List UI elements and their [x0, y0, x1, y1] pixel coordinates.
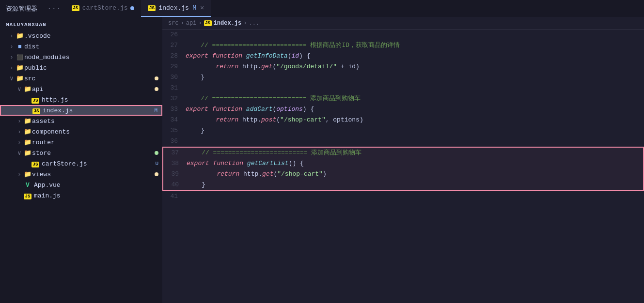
- line-number: 34: [162, 115, 186, 125]
- sidebar-item-label: http.js: [42, 96, 162, 104]
- code-line-27: 27 // ========================= 根据商品的ID，…: [162, 40, 644, 51]
- main-area: MALUYANXUAN › 📁 .vscode › ■ dist › ⬛ nod…: [0, 17, 644, 303]
- sidebar-item-main-js[interactable]: JS main.js: [0, 190, 162, 201]
- sidebar-item-label: api: [32, 86, 155, 93]
- breadcrumb-sep1: ›: [181, 20, 184, 27]
- sidebar-item-dist[interactable]: › ■ dist: [0, 41, 162, 52]
- modified-dot: [155, 87, 158, 91]
- line-number: 33: [162, 104, 186, 115]
- code-line-26: 26: [162, 30, 644, 40]
- more-options-button[interactable]: ···: [43, 4, 65, 13]
- arrow-open-icon: ∨: [16, 149, 23, 157]
- modified-dot: [130, 6, 134, 10]
- code-line-40: 40 }: [163, 180, 643, 190]
- folder-icon: ⬛: [16, 54, 24, 61]
- line-content: }: [186, 72, 644, 83]
- breadcrumb-api: api: [186, 20, 197, 27]
- folder-icon: 📁: [23, 128, 32, 136]
- breadcrumb-ellipsis: ...: [249, 20, 259, 27]
- arrow-icon: ›: [16, 171, 23, 178]
- sidebar-item-src[interactable]: ∨ 📁 src: [0, 73, 162, 84]
- code-container[interactable]: 26 27 // ========================= 根据商品的…: [162, 30, 644, 303]
- line-number: 35: [162, 125, 186, 136]
- line-number: 29: [162, 61, 186, 72]
- sidebar-item-label: node_modules: [24, 54, 162, 61]
- sidebar-item-public[interactable]: › 📁 public: [0, 62, 162, 73]
- arrow-open-icon: ∨: [16, 85, 23, 93]
- arrow-icon: ›: [8, 64, 16, 72]
- sidebar-item-store[interactable]: ∨ 📁 store: [0, 148, 162, 158]
- sidebar-item-router[interactable]: › 📁 router: [0, 137, 162, 148]
- sidebar-item-components[interactable]: › 📁 components: [0, 126, 162, 137]
- sidebar-item-node-modules[interactable]: › ⬛ node_modules: [0, 52, 162, 62]
- code-line-37: 37 // ========================= 添加商品到购物车: [163, 148, 643, 158]
- arrow-icon: ›: [8, 32, 16, 40]
- sidebar-item-label: store: [32, 150, 155, 157]
- sidebar-item-http-js[interactable]: JS http.js: [0, 94, 162, 105]
- line-content: export function getCartList() {: [187, 158, 643, 169]
- folder-icon: 📁: [23, 138, 32, 146]
- line-number: 31: [162, 83, 186, 93]
- js-icon: JS: [72, 5, 79, 11]
- folder-icon: 📁: [16, 75, 24, 82]
- sidebar-item-views[interactable]: › 📁 views: [0, 169, 162, 180]
- code-line-30: 30 }: [162, 72, 644, 83]
- line-content: // ========================= 添加商品到购物车: [187, 148, 643, 158]
- js-icon-active: JS: [148, 5, 156, 11]
- sidebar-root-label: MALUYANXUAN: [0, 19, 162, 30]
- code-line-36: 36: [162, 136, 644, 147]
- arrow-icon: ›: [16, 118, 23, 125]
- sidebar-item-label: router: [32, 139, 162, 146]
- breadcrumb-src: src: [168, 20, 179, 27]
- line-content: }: [186, 125, 644, 136]
- code-line-29: 29 return http.get("/goods/detail/" + id…: [162, 61, 644, 72]
- sidebar-item-assets[interactable]: › 📁 assets: [0, 116, 162, 126]
- line-content: // ========================= 根据商品的ID，获取商…: [186, 40, 644, 51]
- sidebar-item-vscode[interactable]: › 📁 .vscode: [0, 30, 162, 41]
- editor-area: src › api › JS index.js › ... 26 27 // =…: [162, 17, 644, 303]
- modified-badge: U: [155, 161, 158, 167]
- sidebar-item-label: cartStore.js: [42, 160, 155, 167]
- folder-icon: 📁: [16, 64, 24, 72]
- sidebar-item-label: .vscode: [24, 32, 162, 40]
- sidebar-item-label: dist: [24, 43, 162, 50]
- line-number: 38: [163, 158, 187, 169]
- line-number: 32: [162, 93, 186, 104]
- arrow-open-icon: ∨: [8, 75, 16, 82]
- breadcrumb-filename: index.js: [214, 20, 242, 27]
- line-content: return http.post("/shop-cart", options): [186, 115, 644, 125]
- folder-icon: 📁: [16, 32, 24, 40]
- sidebar-item-api[interactable]: ∨ 📁 api: [0, 84, 162, 94]
- code-line-41: 41: [162, 191, 644, 202]
- arrow-icon: ›: [16, 128, 23, 136]
- code-line-28: 28 export function getInfoData(id) {: [162, 51, 644, 61]
- line-number: 41: [162, 191, 186, 202]
- folder-icon: 📁: [23, 117, 32, 125]
- modified-dot: [155, 151, 158, 155]
- code-line-34: 34 return http.post("/shop-cart", option…: [162, 115, 644, 125]
- tab-index[interactable]: JS index.js M ×: [141, 0, 211, 17]
- sidebar-item-app-vue[interactable]: V App.vue: [0, 180, 162, 190]
- sidebar-item-cartstore-js[interactable]: JS cartStore.js U: [0, 158, 162, 169]
- tab-cartstore-label: cartStore.js: [82, 4, 128, 12]
- arrow-icon: ›: [8, 43, 16, 50]
- line-number: 27: [162, 40, 186, 51]
- highlighted-block: 37 // ========================= 添加商品到购物车…: [162, 147, 644, 191]
- tab-cartstore[interactable]: JS cartStore.js: [65, 0, 141, 17]
- folder-icon: 📁: [23, 170, 32, 178]
- line-content: export function addCart(options) {: [186, 104, 644, 115]
- sidebar-item-index-js[interactable]: JS index.js M: [0, 105, 162, 116]
- line-number: 37: [163, 148, 187, 158]
- sidebar: MALUYANXUAN › 📁 .vscode › ■ dist › ⬛ nod…: [0, 17, 162, 303]
- folder-icon: 📁: [23, 149, 32, 157]
- modified-dot: [155, 76, 158, 80]
- breadcrumb-js-icon: JS: [204, 20, 212, 26]
- line-number: 30: [162, 72, 186, 83]
- close-tab-icon[interactable]: ×: [200, 4, 204, 12]
- js-file-icon: JS: [31, 160, 40, 167]
- arrow-icon: ›: [8, 54, 16, 61]
- breadcrumb-sep2: ›: [198, 20, 202, 27]
- js-file-icon: JS: [23, 192, 32, 199]
- sidebar-item-label: App.vue: [34, 182, 162, 189]
- modified-badge: M: [154, 107, 157, 113]
